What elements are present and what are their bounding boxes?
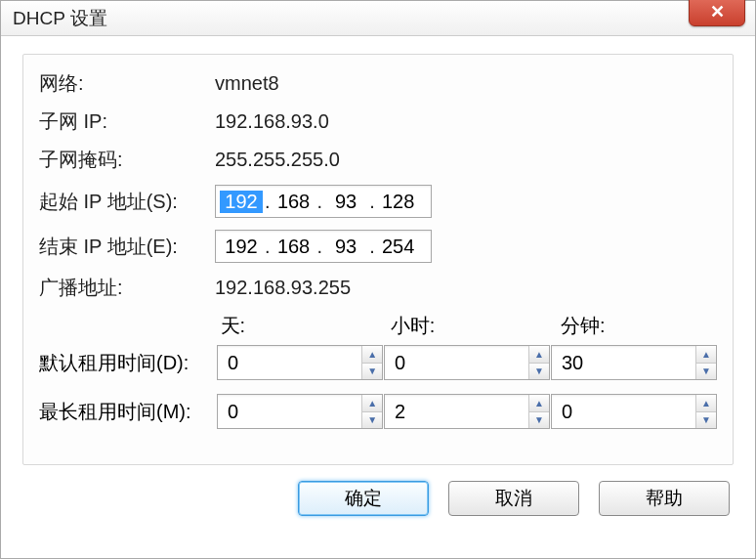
- default-lease-label: 默认租用时间(D):: [39, 350, 217, 376]
- subnet-ip-row: 子网 IP: 192.168.93.0: [39, 108, 717, 135]
- max-lease-hours-spinner[interactable]: ▲ ▼: [384, 394, 550, 429]
- minutes-header: 分钟:: [561, 313, 717, 339]
- help-button[interactable]: 帮助: [599, 481, 730, 516]
- spinner-up-icon[interactable]: ▲: [696, 346, 716, 364]
- end-ip-label: 结束 IP 地址(E):: [39, 234, 215, 260]
- end-ip-octet-2[interactable]: [273, 236, 315, 258]
- hours-header: 小时:: [391, 313, 561, 339]
- titlebar: DHCP 设置 ✕: [1, 1, 755, 36]
- start-ip-octet-1[interactable]: [220, 191, 263, 213]
- max-lease-minutes-input[interactable]: [552, 395, 695, 428]
- ip-dot: .: [367, 236, 377, 258]
- network-label: 网络:: [39, 70, 215, 97]
- spinner-up-icon[interactable]: ▲: [696, 395, 716, 412]
- days-header: 天:: [221, 313, 391, 339]
- close-button[interactable]: ✕: [689, 0, 745, 26]
- spinner-up-icon[interactable]: ▲: [362, 395, 382, 412]
- subnet-mask-row: 子网掩码: 255.255.255.0: [39, 147, 717, 173]
- max-lease-days-spinner[interactable]: ▲ ▼: [217, 394, 383, 429]
- spinner-down-icon[interactable]: ▼: [696, 412, 716, 429]
- ip-dot: .: [263, 236, 273, 258]
- subnet-mask-label: 子网掩码:: [39, 147, 215, 173]
- spinner-down-icon[interactable]: ▼: [529, 364, 549, 380]
- end-ip-octet-3[interactable]: [324, 236, 367, 258]
- start-ip-octet-4[interactable]: [377, 191, 420, 213]
- start-ip-octet-2[interactable]: [273, 191, 315, 213]
- spinner-down-icon[interactable]: ▼: [362, 412, 382, 429]
- ip-dot: .: [367, 191, 377, 213]
- max-lease-minutes-spinner[interactable]: ▲ ▼: [551, 394, 717, 429]
- max-lease-label: 最长租用时间(M):: [39, 399, 217, 425]
- default-lease-days-spinner[interactable]: ▲ ▼: [217, 345, 383, 380]
- dhcp-settings-window: DHCP 设置 ✕ 网络: vmnet8 子网 IP: 192.168.93.0…: [0, 0, 756, 559]
- max-lease-hours-input[interactable]: [385, 395, 528, 428]
- spinner-down-icon[interactable]: ▼: [529, 412, 549, 429]
- subnet-mask-value: 255.255.255.0: [215, 149, 340, 171]
- end-ip-input[interactable]: . . .: [215, 230, 432, 263]
- start-ip-octet-3[interactable]: [324, 191, 367, 213]
- end-ip-octet-4[interactable]: [377, 236, 420, 258]
- settings-panel: 网络: vmnet8 子网 IP: 192.168.93.0 子网掩码: 255…: [22, 54, 734, 465]
- lease-time-headers: 天: 小时: 分钟:: [39, 313, 717, 339]
- start-ip-label: 起始 IP 地址(S):: [39, 189, 215, 215]
- default-lease-hours-input[interactable]: [385, 346, 528, 379]
- max-lease-row: 最长租用时间(M): ▲ ▼ ▲ ▼: [39, 394, 717, 429]
- subnet-ip-label: 子网 IP:: [39, 108, 215, 135]
- end-ip-row: 结束 IP 地址(E): . . .: [39, 230, 717, 263]
- cancel-button[interactable]: 取消: [448, 481, 579, 516]
- window-body: 网络: vmnet8 子网 IP: 192.168.93.0 子网掩码: 255…: [1, 36, 755, 530]
- spinner-up-icon[interactable]: ▲: [529, 395, 549, 412]
- broadcast-value: 192.168.93.255: [215, 277, 351, 299]
- spinner-down-icon[interactable]: ▼: [696, 364, 716, 380]
- end-ip-octet-1[interactable]: [220, 236, 263, 258]
- ok-button[interactable]: 确定: [298, 481, 429, 516]
- start-ip-input[interactable]: . . .: [215, 185, 432, 218]
- start-ip-row: 起始 IP 地址(S): . . .: [39, 185, 717, 218]
- ip-dot: .: [263, 191, 273, 213]
- default-lease-minutes-input[interactable]: [552, 346, 695, 379]
- default-lease-days-input[interactable]: [218, 346, 361, 379]
- default-lease-row: 默认租用时间(D): ▲ ▼ ▲ ▼: [39, 345, 717, 380]
- close-icon: ✕: [710, 1, 725, 22]
- broadcast-label: 广播地址:: [39, 275, 215, 301]
- spinner-down-icon[interactable]: ▼: [362, 364, 382, 380]
- subnet-ip-value: 192.168.93.0: [215, 110, 329, 133]
- ip-dot: .: [315, 236, 325, 258]
- default-lease-hours-spinner[interactable]: ▲ ▼: [384, 345, 550, 380]
- spinner-up-icon[interactable]: ▲: [362, 346, 382, 364]
- broadcast-row: 广播地址: 192.168.93.255: [39, 275, 717, 301]
- dialog-buttons: 确定 取消 帮助: [22, 481, 734, 516]
- network-value: vmnet8: [215, 72, 279, 95]
- window-title: DHCP 设置: [13, 6, 107, 31]
- default-lease-minutes-spinner[interactable]: ▲ ▼: [551, 345, 717, 380]
- network-row: 网络: vmnet8: [39, 70, 717, 97]
- spinner-up-icon[interactable]: ▲: [529, 346, 549, 364]
- max-lease-days-input[interactable]: [218, 395, 361, 428]
- ip-dot: .: [315, 191, 325, 213]
